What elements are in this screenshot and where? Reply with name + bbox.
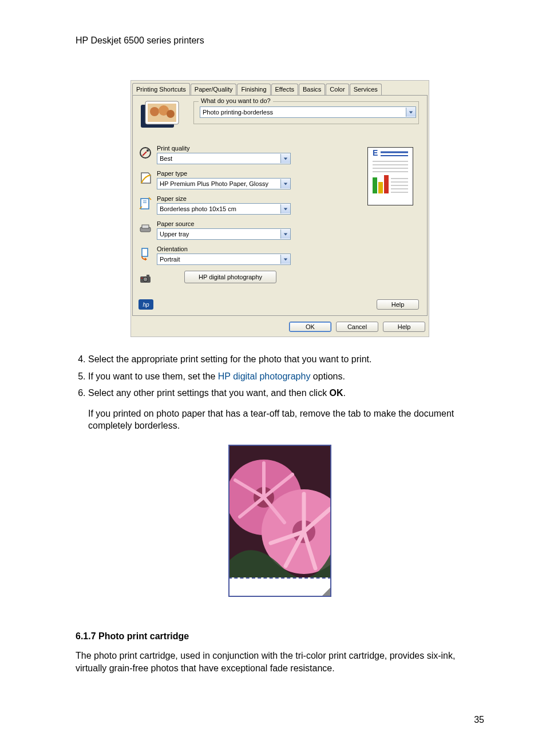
- ok-text: OK: [330, 388, 343, 398]
- page-preview-icon: E: [367, 147, 413, 205]
- paper-type-icon: [139, 170, 152, 186]
- cancel-button[interactable]: Cancel: [336, 322, 378, 332]
- button-label: HP digital photography: [199, 274, 262, 280]
- options-column: Print quality Best Paper type: [139, 145, 287, 287]
- select-value: Best: [160, 155, 172, 162]
- camera-icon: [139, 271, 152, 287]
- chevron-down-icon: [406, 108, 416, 117]
- hp-logo-icon: hp: [139, 299, 153, 310]
- chevron-down-icon: [280, 204, 290, 213]
- svg-rect-16: [378, 182, 383, 193]
- step-text: options.: [310, 371, 345, 381]
- svg-marker-28: [284, 208, 287, 210]
- paper-source-icon: [139, 220, 152, 236]
- step-6: Select any other print settings that you…: [88, 387, 484, 432]
- paper-source-label: Paper source: [157, 220, 287, 227]
- svg-marker-33: [145, 258, 147, 260]
- opt-print-quality: Print quality Best: [139, 145, 287, 164]
- print-quality-label: Print quality: [157, 145, 287, 152]
- ok-button[interactable]: OK: [289, 322, 331, 332]
- paper-source-select[interactable]: Upper tray: [157, 228, 291, 240]
- task-fieldset: What do you want to do? Photo printing-b…: [193, 101, 419, 124]
- svg-rect-30: [142, 225, 149, 228]
- step-text: Select the appropriate print setting for…: [88, 354, 371, 364]
- tab-strip: Printing Shortcuts Paper/Quality Finishi…: [131, 81, 429, 95]
- tab-finishing[interactable]: Finishing: [237, 84, 270, 96]
- step-text: .: [343, 388, 346, 398]
- opt-paper-type: Paper type HP Premium Plus Photo Paper, …: [139, 170, 287, 189]
- tab-label: Services: [354, 86, 378, 93]
- tearoff-tab-icon: [228, 577, 331, 597]
- task-thumbnail-icon: [137, 99, 184, 131]
- steps-list: Select the appropriate print setting for…: [76, 353, 484, 432]
- task-legend: What do you want to do?: [199, 97, 273, 104]
- paper-size-icon: [139, 195, 152, 211]
- task-select[interactable]: Photo printing-borderless: [200, 106, 416, 118]
- tab-paper-quality[interactable]: Paper/Quality: [191, 84, 237, 96]
- tab-label: Basics: [303, 86, 321, 93]
- svg-marker-25: [284, 157, 287, 160]
- paper-type-label: Paper type: [157, 170, 287, 177]
- button-label: OK: [306, 323, 315, 330]
- orientation-icon: [139, 246, 152, 262]
- dialog-button-row: OK Cancel Help: [131, 317, 429, 337]
- svg-rect-27: [141, 199, 149, 209]
- step-4: Select the appropriate print setting for…: [88, 353, 484, 366]
- page-number: 35: [76, 715, 484, 725]
- tab-label: Color: [330, 86, 345, 93]
- orientation-label: Orientation: [157, 246, 287, 252]
- chevron-down-icon: [280, 179, 290, 188]
- chevron-down-icon: [280, 154, 290, 163]
- opt-orientation: Orientation Portrait: [139, 246, 287, 265]
- task-select-value: Photo printing-borderless: [203, 109, 273, 116]
- dialog-bottom-row: hp Help: [139, 299, 419, 310]
- section-paragraph: The photo print cartridge, used in conju…: [76, 650, 484, 675]
- tab-color[interactable]: Color: [326, 84, 349, 96]
- chevron-down-icon: [280, 255, 290, 264]
- tab-effects[interactable]: Effects: [271, 84, 298, 96]
- tearoff-photo-figure: [228, 445, 331, 597]
- svg-point-36: [143, 277, 148, 282]
- button-label: Cancel: [347, 323, 367, 330]
- paper-type-select[interactable]: HP Premium Plus Photo Paper, Glossy: [157, 178, 291, 189]
- select-value: Portrait: [160, 256, 180, 263]
- help-button[interactable]: Help: [383, 322, 425, 332]
- select-value: Upper tray: [160, 231, 189, 238]
- svg-marker-31: [284, 233, 287, 235]
- tab-label: Printing Shortcuts: [136, 86, 186, 93]
- tab-label: Finishing: [241, 86, 266, 93]
- paper-size-label: Paper size: [157, 195, 287, 202]
- select-value: Borderless photo 10x15 cm: [160, 205, 236, 212]
- svg-marker-6: [409, 111, 413, 113]
- svg-marker-34: [284, 258, 287, 260]
- hp-logo-text: hp: [143, 302, 149, 308]
- select-value: HP Premium Plus Photo Paper, Glossy: [160, 180, 268, 187]
- print-quality-select[interactable]: Best: [157, 153, 291, 164]
- step-text: Select any other print settings that you…: [88, 388, 330, 398]
- tab-panel: What do you want to do? Photo printing-b…: [132, 95, 428, 316]
- orientation-select[interactable]: Portrait: [157, 254, 291, 265]
- step-5: If you want to use them, set the HP digi…: [88, 370, 484, 383]
- paper-size-select[interactable]: Borderless photo 10x15 cm: [157, 203, 291, 215]
- tab-label: Paper/Quality: [195, 86, 233, 93]
- opt-paper-size: Paper size Borderless photo 10x15 cm: [139, 195, 287, 215]
- svg-rect-17: [384, 175, 389, 193]
- hp-digital-photography-link[interactable]: HP digital photography: [218, 371, 311, 381]
- opt-paper-source: Paper source Upper tray: [139, 220, 287, 240]
- page-header: HP Deskjet 6500 series printers: [76, 35, 484, 46]
- step-text: If you want to use them, set the: [88, 371, 218, 381]
- svg-text:E: E: [373, 148, 378, 157]
- svg-rect-32: [142, 248, 148, 256]
- svg-point-3: [150, 107, 159, 116]
- svg-point-24: [147, 149, 149, 152]
- tab-services[interactable]: Services: [350, 84, 382, 96]
- tab-basics[interactable]: Basics: [299, 84, 325, 96]
- hp-digital-photography-button[interactable]: HP digital photography: [184, 271, 276, 283]
- help-button-inner[interactable]: Help: [377, 299, 419, 310]
- svg-marker-26: [284, 183, 287, 185]
- svg-rect-37: [147, 275, 149, 277]
- tab-printing-shortcuts[interactable]: Printing Shortcuts: [132, 83, 190, 95]
- svg-point-5: [167, 110, 175, 118]
- opt-hp-photo: HP digital photography: [139, 271, 287, 287]
- button-label: Help: [398, 323, 411, 330]
